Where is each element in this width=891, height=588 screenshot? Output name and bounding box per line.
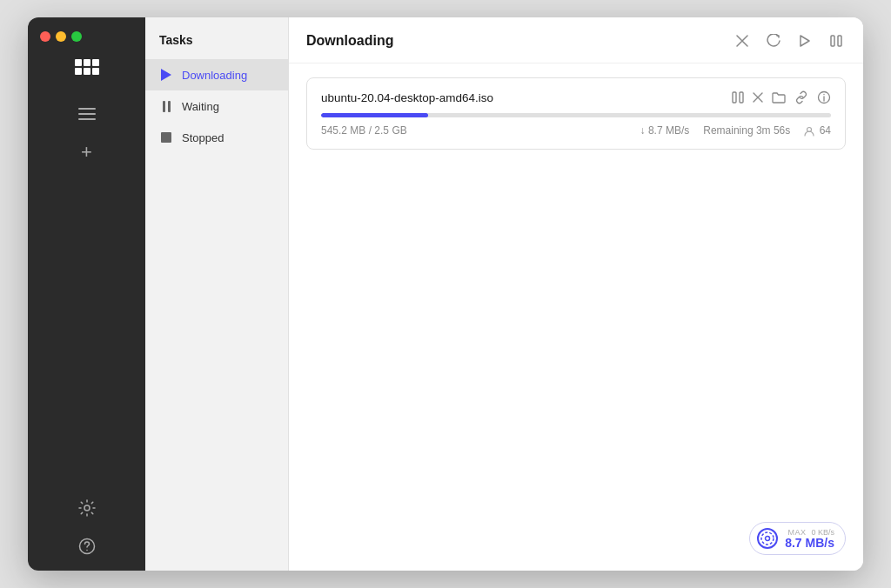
item-cancel-icon: [753, 92, 763, 103]
task-label-downloading: Downloading: [182, 69, 247, 82]
task-label-stopped: Stopped: [182, 131, 224, 144]
add-button[interactable]: +: [28, 129, 145, 176]
item-link-icon: [794, 90, 808, 104]
svg-rect-4: [84, 68, 90, 75]
download-right-stats: 8.7 MB/s Remaining 3m 56s 64: [640, 124, 831, 137]
svg-point-6: [84, 505, 90, 511]
close-dot[interactable]: [40, 31, 50, 42]
menu-line: [78, 113, 96, 115]
item-folder-button[interactable]: [772, 91, 786, 104]
refresh-button[interactable]: [764, 31, 783, 50]
speed-circle-icon: [757, 528, 778, 549]
task-item-waiting[interactable]: Waiting: [145, 90, 288, 122]
item-pause-button[interactable]: [732, 91, 744, 104]
svg-rect-1: [84, 59, 90, 66]
settings-icon: [78, 499, 96, 517]
svg-rect-3: [75, 68, 82, 75]
pause-bar-2: [168, 101, 171, 112]
hamburger-menu-button[interactable]: [28, 99, 145, 129]
svg-rect-11: [733, 92, 736, 103]
minimize-dot[interactable]: [56, 31, 66, 42]
download-item: ubuntu-20.04-desktop-amd64.iso: [306, 77, 846, 150]
item-cancel-button[interactable]: [753, 92, 763, 103]
refresh-icon: [767, 34, 780, 48]
help-button[interactable]: [75, 534, 99, 558]
close-button[interactable]: [733, 31, 752, 50]
svg-rect-0: [75, 59, 82, 66]
svg-rect-5: [92, 68, 99, 75]
file-name: ubuntu-20.04-desktop-amd64.iso: [321, 91, 493, 104]
logo-text: [75, 59, 99, 84]
download-list: ubuntu-20.04-desktop-amd64.iso: [289, 63, 863, 164]
item-link-button[interactable]: [794, 90, 808, 104]
progress-bar-track: [321, 113, 831, 117]
window-controls: [28, 17, 145, 50]
svg-rect-9: [831, 36, 834, 46]
item-info-icon: [817, 90, 831, 104]
play-icon: [159, 68, 173, 82]
speed-widget: MAX 0 KB/s 8.7 MB/s: [749, 522, 846, 555]
help-icon: [78, 538, 96, 555]
svg-point-14: [823, 94, 824, 95]
item-info-button[interactable]: [817, 90, 831, 104]
task-item-downloading[interactable]: Downloading: [145, 59, 288, 90]
close-icon: [736, 35, 748, 47]
connections-icon: [804, 126, 814, 137]
download-stats: 545.2 MB / 2.5 GB 8.7 MB/s Remaining 3m …: [321, 124, 831, 137]
sidebar-bottom: [28, 484, 145, 571]
download-item-header: ubuntu-20.04-desktop-amd64.iso: [321, 90, 831, 104]
tasks-panel: Tasks Downloading Waiting Stopped: [145, 17, 289, 571]
maximize-dot[interactable]: [71, 31, 82, 42]
add-icon: +: [81, 141, 92, 164]
speed-current-value: 8.7 MB/s: [785, 537, 834, 549]
speed-info: MAX 0 KB/s 8.7 MB/s: [785, 528, 834, 549]
pause-all-icon: [829, 34, 843, 48]
download-remaining: Remaining 3m 56s: [703, 124, 790, 137]
task-item-stopped[interactable]: Stopped: [145, 122, 288, 153]
app-window: + Tasks Down: [28, 17, 863, 571]
progress-bar-fill: [321, 113, 428, 117]
main-header: Downloading: [289, 17, 863, 63]
settings-button[interactable]: [75, 496, 99, 520]
main-content: Downloading: [289, 17, 863, 571]
menu-line: [78, 108, 96, 110]
menu-line: [78, 118, 96, 120]
download-connections: 64: [804, 124, 831, 137]
svg-point-17: [766, 537, 770, 541]
play-all-button[interactable]: [795, 31, 814, 50]
download-size: 545.2 MB / 2.5 GB: [321, 124, 407, 137]
svg-point-8: [86, 550, 88, 551]
pause-all-button[interactable]: [827, 31, 846, 50]
download-speed: 8.7 MB/s: [640, 124, 690, 137]
item-folder-icon: [772, 91, 786, 104]
main-title: Downloading: [306, 33, 393, 49]
svg-rect-2: [92, 59, 99, 66]
task-label-waiting: Waiting: [182, 100, 219, 113]
pause-bar-1: [163, 101, 165, 112]
speed-gauge-icon: [760, 531, 775, 546]
app-logo: [28, 50, 145, 99]
svg-rect-10: [838, 36, 841, 46]
stop-icon: [159, 130, 173, 144]
play-icon: [798, 34, 812, 48]
pause-icon: [159, 99, 173, 113]
item-actions: [732, 90, 831, 104]
svg-rect-12: [740, 92, 743, 103]
sidebar: +: [28, 17, 145, 571]
svg-point-16: [761, 532, 774, 545]
item-pause-icon: [732, 91, 744, 104]
tasks-panel-title: Tasks: [145, 17, 288, 59]
header-actions: [733, 31, 846, 50]
